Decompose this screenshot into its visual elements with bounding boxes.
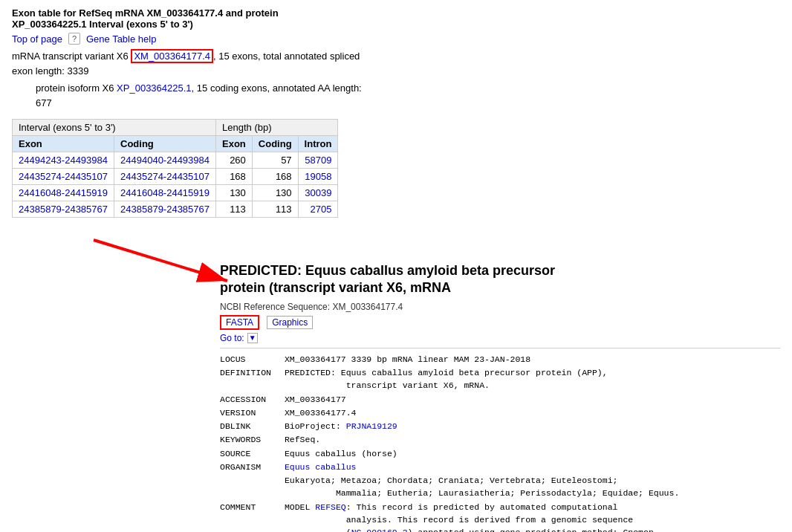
locus-row: LOCUS XM_003364177 3339 bp mRNA linear M…: [220, 353, 780, 366]
exon-link-cell: 24385879-24385767: [13, 201, 114, 218]
accession-field-name: ACCESSION: [220, 393, 279, 406]
genbank-section: PREDICTED: Equus caballus amyloid beta p…: [220, 262, 780, 532]
dblink-field-name: DBLINK: [220, 420, 279, 432]
gene-table-help-link[interactable]: Gene Table help: [86, 33, 156, 45]
accession-field-value: XM_003364177: [285, 393, 346, 406]
dblink-link[interactable]: PRJNA19129: [346, 421, 397, 431]
keywords-field-value: RefSeq.: [285, 433, 320, 446]
definition-row: DEFINITION PREDICTED: Equus caballus amy…: [220, 366, 780, 392]
accession-row: ACCESSION XM_003364177: [220, 393, 780, 406]
svg-line-1: [94, 240, 227, 281]
exon-link-cell: 24385879-24385767: [114, 201, 216, 218]
table-row: 24385879-2438576724385879-24385767113113…: [13, 201, 338, 218]
table-link[interactable]: 2705: [311, 204, 332, 215]
page-title-line2: XP_003364225.1 Interval (exons 5' to 3'): [12, 19, 193, 30]
num-cell: 113: [216, 201, 253, 218]
num-cell: 57: [252, 152, 298, 169]
table-link[interactable]: 24385879-24385767: [19, 204, 108, 215]
table-row: 24494243-2449398424494040-24493984260575…: [13, 152, 338, 169]
keywords-row: KEYWORDS RefSeq.: [220, 433, 780, 446]
table-link[interactable]: 24385879-24385767: [120, 204, 210, 215]
interval-header: Interval (exons 5' to 3'): [13, 120, 216, 136]
refseq-label: NCBI Reference Sequence: XM_003364177.4: [220, 302, 780, 312]
organism-field-name: ORGANISM: [220, 461, 279, 473]
table-link[interactable]: 24416048-24415919: [120, 187, 210, 198]
exon-link-cell: 24494040-24493984: [114, 152, 216, 169]
table-link[interactable]: 19058: [305, 171, 331, 182]
dblink-field-value: BioProject: PRJNA19129: [285, 420, 397, 432]
exon-link-cell: 24416048-24415919: [114, 185, 216, 201]
goto-dropdown-icon[interactable]: ▼: [247, 333, 258, 343]
num-cell: 260: [216, 152, 253, 169]
version-field-name: VERSION: [220, 406, 279, 419]
num-cell: 113: [252, 201, 298, 218]
num-cell: 168: [252, 169, 298, 185]
exon-link-cell: 24435274-24435107: [114, 169, 216, 185]
page-title-line1: Exon table for RefSeq mRNA XM_003364177.…: [12, 7, 279, 19]
definition-field-value: PREDICTED: Equus caballus amyloid beta p…: [285, 366, 608, 392]
table-link[interactable]: 24494243-24493984: [19, 155, 108, 166]
organism-link[interactable]: Equus caballus: [285, 462, 357, 472]
mrna-prefix: mRNA transcript variant X6: [12, 51, 131, 62]
keywords-field-name: KEYWORDS: [220, 433, 279, 446]
exon-col-header: Exon: [13, 136, 114, 152]
organism-taxa-row: Eukaryota; Metazoa; Chordata; Craniata; …: [220, 474, 780, 500]
help-icon[interactable]: ?: [68, 33, 80, 45]
version-field-value: XM_003364177.4: [285, 406, 357, 419]
organism-taxa-value: Eukaryota; Metazoa; Chordata; Craniata; …: [285, 474, 679, 500]
coding-len-col-header: Coding: [252, 136, 298, 152]
arrow-svg: [49, 233, 272, 292]
intron-col-header: Intron: [298, 136, 338, 152]
comment-field-value: MODEL REFSEQ: This record is predicted b…: [285, 501, 659, 532]
organism-taxa-spacer: [220, 474, 279, 487]
refseq-link[interactable]: REFSEQ: [315, 502, 345, 512]
locus-field-name: LOCUS: [220, 353, 279, 366]
page-title-section: Exon table for RefSeq mRNA XM_003364177.…: [12, 7, 780, 30]
refseq-buttons: FASTA Graphics: [220, 315, 780, 330]
graphics-button[interactable]: Graphics: [267, 316, 313, 329]
nc-link[interactable]: NC_009169.3: [351, 528, 408, 532]
table-link[interactable]: 58709: [305, 155, 331, 166]
source-field-value: Equus caballus (horse): [285, 447, 397, 460]
table-link[interactable]: 30039: [305, 187, 331, 198]
source-row: SOURCE Equus caballus (horse): [220, 447, 780, 460]
source-field-name: SOURCE: [220, 447, 279, 460]
section-divider: [220, 348, 780, 348]
protein-length: 677: [36, 97, 52, 108]
protein-info: protein isoform X6 XP_003364225.1, 15 co…: [36, 81, 780, 110]
exon-link-cell: 2705: [298, 201, 338, 218]
table-row: 24435274-2443510724435274-24435107168168…: [13, 169, 338, 185]
table-link[interactable]: 24494040-24493984: [120, 155, 210, 166]
comment-row: COMMENT MODEL REFSEQ: This record is pre…: [220, 501, 780, 532]
definition-field-name: DEFINITION: [220, 366, 279, 379]
exon-link-cell: 30039: [298, 185, 338, 201]
table-link[interactable]: 24435274-24435107: [19, 171, 108, 182]
mrna-exon-length: exon length: 3339: [12, 65, 88, 77]
mrna-accession-link[interactable]: XM_003364177.4: [131, 49, 213, 63]
organism-row: ORGANISM Equus caballus: [220, 461, 780, 473]
exon-table: Interval (exons 5' to 3') Length (bp) Ex…: [12, 119, 338, 218]
exon-len-col-header: Exon: [216, 136, 253, 152]
dblink-row: DBLINK BioProject: PRJNA19129: [220, 420, 780, 432]
mrna-suffix: , 15 exons, total annotated spliced: [213, 51, 360, 62]
genbank-record: LOCUS XM_003364177 3339 bp mRNA linear M…: [220, 353, 780, 532]
num-cell: 130: [252, 185, 298, 201]
nav-links: Top of page ? Gene Table help: [12, 33, 780, 45]
table-link[interactable]: 24416048-24415919: [19, 187, 108, 198]
exon-link-cell: 24435274-24435107: [13, 169, 114, 185]
fasta-button[interactable]: FASTA: [220, 315, 259, 330]
goto-label: Go to:: [220, 333, 244, 343]
version-row: VERSION XM_003364177.4: [220, 406, 780, 419]
coding-col-header: Coding: [114, 136, 216, 152]
arrow-area: [12, 233, 780, 292]
top-of-page-link[interactable]: Top of page: [12, 33, 62, 45]
locus-field-value: XM_003364177 3339 bp mRNA linear MAM 23-…: [285, 353, 530, 366]
table-link[interactable]: 24435274-24435107: [120, 171, 210, 182]
protein-accession-link[interactable]: XP_003364225.1: [117, 82, 191, 94]
exon-link-cell: 24416048-24415919: [13, 185, 114, 201]
organism-field-value: Equus caballus: [285, 461, 357, 473]
exon-link-cell: 19058: [298, 169, 338, 185]
length-header: Length (bp): [216, 120, 338, 136]
exon-link-cell: 24494243-24493984: [13, 152, 114, 169]
num-cell: 168: [216, 169, 253, 185]
